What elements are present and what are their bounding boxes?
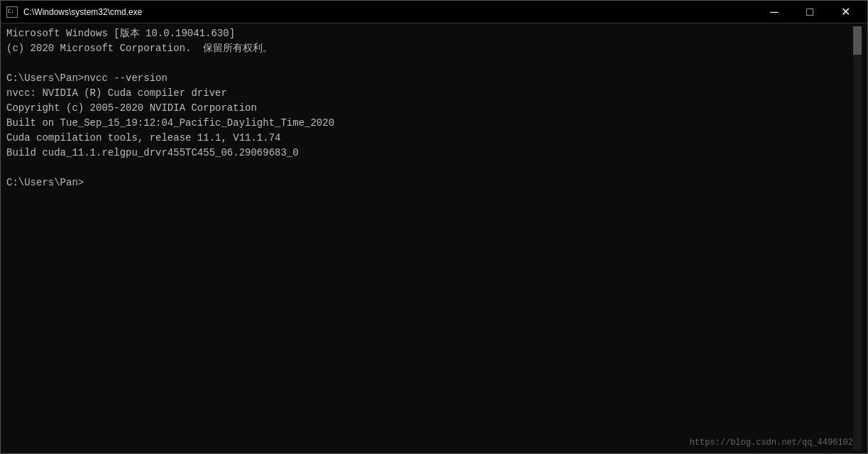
terminal-line: Build cuda_11.1.relgpu_drvr455TC455_06.2… [6, 146, 853, 161]
terminal-line: C:\Users\Pan> [6, 175, 853, 190]
scrollbar[interactable] [853, 26, 862, 450]
terminal-line: Copyright (c) 2005-2020 NVIDIA Corporati… [6, 101, 853, 116]
watermark: https://blog.csdn.net/qq_4496102 [690, 438, 853, 448]
terminal-content: Microsoft Windows [版本 10.0.19041.630](c)… [6, 26, 853, 450]
terminal-line: (c) 2020 Microsoft Corporation. 保留所有权利。 [6, 41, 853, 56]
terminal-line: nvcc: NVIDIA (R) Cuda compiler driver [6, 86, 853, 101]
window-title: C:\Windows\system32\cmd.exe [23, 7, 142, 17]
terminal-line: Cuda compilation tools, release 11.1, V1… [6, 131, 853, 146]
cmd-icon [6, 6, 18, 18]
cmd-window: C:\Windows\system32\cmd.exe ─ □ ✕ Micros… [0, 0, 868, 454]
terminal-line: Microsoft Windows [版本 10.0.19041.630] [6, 26, 853, 41]
terminal-line [6, 56, 853, 71]
title-bar-left: C:\Windows\system32\cmd.exe [6, 6, 142, 18]
scrollbar-thumb[interactable] [853, 26, 862, 55]
minimize-button[interactable]: ─ [758, 1, 791, 23]
terminal-line [6, 161, 853, 175]
maximize-button[interactable]: □ [793, 1, 826, 23]
close-button[interactable]: ✕ [829, 1, 862, 23]
title-bar: C:\Windows\system32\cmd.exe ─ □ ✕ [1, 1, 867, 23]
title-bar-controls: ─ □ ✕ [758, 1, 862, 23]
terminal-body[interactable]: Microsoft Windows [版本 10.0.19041.630](c)… [1, 23, 867, 453]
terminal-line: Built on Tue_Sep_15_19:12:04_Pacific_Day… [6, 116, 853, 131]
terminal-line: C:\Users\Pan>nvcc --version [6, 71, 853, 86]
